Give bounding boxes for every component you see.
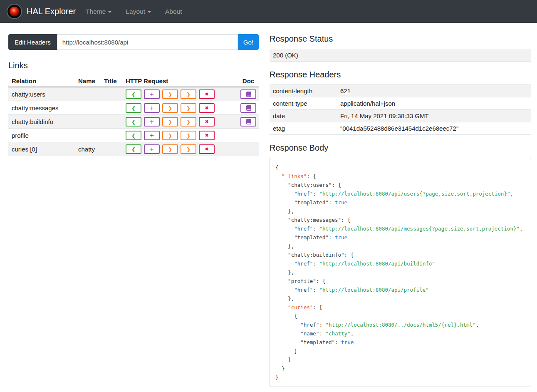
status-row: 200 (OK) (270, 49, 531, 62)
code-line: }, (275, 207, 525, 216)
relation-cell: profile (8, 129, 75, 142)
http-request-cell: ❮+❯❯✖ (122, 129, 238, 142)
http-request-cell: ❮+❯❯✖ (122, 101, 238, 115)
left-column: Edit Headers Go! Links Relation Name Tit… (8, 34, 259, 156)
patch-button[interactable]: ❯ (181, 131, 196, 140)
column-header-title: Title (101, 75, 122, 87)
response-headers-title: Response Headers (270, 70, 531, 79)
status-value: 200 (OK) (270, 49, 531, 62)
http-request-cell: ❮+❯❯✖ (122, 115, 238, 129)
link-row-chatty-messages: chatty:messages ❮+❯❯✖ (8, 101, 259, 115)
link-row-chatty-buildinfo: chatty:buildinfo ❮+❯❯✖ (8, 115, 259, 129)
code-line: { (275, 312, 525, 320)
code-line: }, (275, 294, 525, 303)
delete-button[interactable]: ✖ (199, 117, 215, 127)
link-row-curies: curies [0] chatty ❮+❯❯✖ (8, 142, 259, 156)
code-line: "href": "http://localhost:8080/api/build… (275, 259, 525, 268)
relation-cell: chatty:messages (8, 101, 75, 115)
nav-item-about[interactable]: About (165, 8, 182, 15)
nav-menu: Theme Layout About (86, 8, 182, 15)
patch-button[interactable]: ❯ (181, 117, 196, 127)
doc-button[interactable] (240, 89, 256, 99)
post-button[interactable]: + (144, 103, 160, 113)
doc-button[interactable] (240, 103, 256, 113)
chevron-down-icon (108, 11, 111, 13)
code-line: "name": "chatty", (275, 329, 525, 338)
post-button[interactable]: + (144, 117, 160, 127)
get-button[interactable]: ❮ (126, 144, 141, 154)
delete-button[interactable]: ✖ (199, 103, 215, 113)
relation-cell: chatty:users (8, 87, 75, 101)
response-status-section: Response Status 200 (OK) (270, 34, 531, 62)
main-content: Edit Headers Go! Links Relation Name Tit… (0, 23, 537, 392)
delete-button[interactable]: ✖ (199, 144, 215, 154)
header-row-etag: etag "0041da552488d86e31454d1c2e68eec72" (270, 122, 531, 135)
patch-button[interactable]: ❯ (181, 144, 196, 154)
address-bar: Edit Headers Go! (8, 34, 259, 50)
header-row-content-length: content-length 621 (270, 85, 531, 97)
code-line: "curies": [ (275, 303, 525, 312)
link-row-chatty-users: chatty:users ❮+❯❯✖ (8, 87, 259, 101)
code-line: }, (275, 242, 525, 251)
column-header-doc: Doc (238, 75, 259, 87)
put-button[interactable]: ❯ (162, 89, 178, 99)
brand-title: HAL Explorer (27, 7, 76, 16)
book-icon (246, 119, 251, 124)
links-table-header-row: Relation Name Title HTTP Request Doc (8, 75, 259, 87)
name-cell (75, 87, 101, 101)
put-button[interactable]: ❯ (162, 117, 178, 127)
put-button[interactable]: ❯ (162, 144, 178, 154)
title-cell (101, 115, 122, 129)
column-header-name: Name (75, 75, 101, 87)
patch-button[interactable]: ❯ (181, 89, 196, 99)
links-table: Relation Name Title HTTP Request Doc cha… (8, 75, 259, 156)
put-button[interactable]: ❯ (162, 131, 178, 140)
brand-link[interactable]: HAL Explorer (7, 4, 76, 19)
header-name: content-length (270, 85, 337, 97)
response-headers-section: Response Headers content-length 621 cont… (270, 70, 531, 135)
code-line: }, (275, 268, 525, 277)
name-cell: chatty (75, 142, 101, 156)
code-line: "templated": true (275, 338, 525, 347)
book-icon (246, 105, 251, 111)
code-line: ] (275, 355, 525, 364)
doc-cell (238, 129, 259, 142)
code-line: } (275, 347, 525, 355)
title-cell (101, 101, 122, 115)
delete-button[interactable]: ✖ (199, 89, 215, 99)
hal-eye-logo-icon (7, 4, 22, 19)
code-line: "href": "http://localhost:8080/../docs/h… (275, 320, 525, 329)
code-line: "_links": { (275, 172, 525, 181)
column-header-relation: Relation (8, 75, 75, 87)
code-line: "href": "http://localhost:8080/api/messa… (275, 224, 525, 233)
response-headers-table: content-length 621 content-type applicat… (270, 84, 531, 135)
doc-button[interactable] (240, 117, 256, 127)
post-button[interactable]: + (144, 144, 160, 154)
go-button[interactable]: Go! (238, 34, 259, 50)
get-button[interactable]: ❮ (126, 89, 141, 99)
url-input[interactable] (57, 34, 238, 50)
chevron-down-icon (148, 11, 151, 13)
link-row-profile: profile ❮+❯❯✖ (8, 129, 259, 142)
doc-cell (238, 101, 259, 115)
post-button[interactable]: + (144, 131, 160, 140)
doc-cell (238, 87, 259, 101)
get-button[interactable]: ❮ (126, 103, 141, 113)
nav-item-theme[interactable]: Theme (86, 8, 111, 15)
doc-cell (238, 115, 259, 129)
get-button[interactable]: ❮ (126, 117, 141, 127)
post-button[interactable]: + (144, 89, 160, 99)
right-column: Response Status 200 (OK) Response Header… (270, 34, 531, 387)
name-cell (75, 129, 101, 142)
edit-headers-button[interactable]: Edit Headers (8, 34, 57, 50)
title-cell (101, 129, 122, 142)
http-request-cell: ❮+❯❯✖ (122, 87, 238, 101)
nav-item-layout[interactable]: Layout (126, 8, 151, 15)
title-cell (101, 142, 122, 156)
http-request-cell: ❮+❯❯✖ (122, 142, 238, 156)
delete-button[interactable]: ✖ (199, 131, 215, 140)
response-body-code: { "_links": { "chatty:users": { "href": … (270, 158, 531, 387)
patch-button[interactable]: ❯ (181, 103, 196, 113)
put-button[interactable]: ❯ (162, 103, 178, 113)
get-button[interactable]: ❮ (126, 131, 141, 140)
